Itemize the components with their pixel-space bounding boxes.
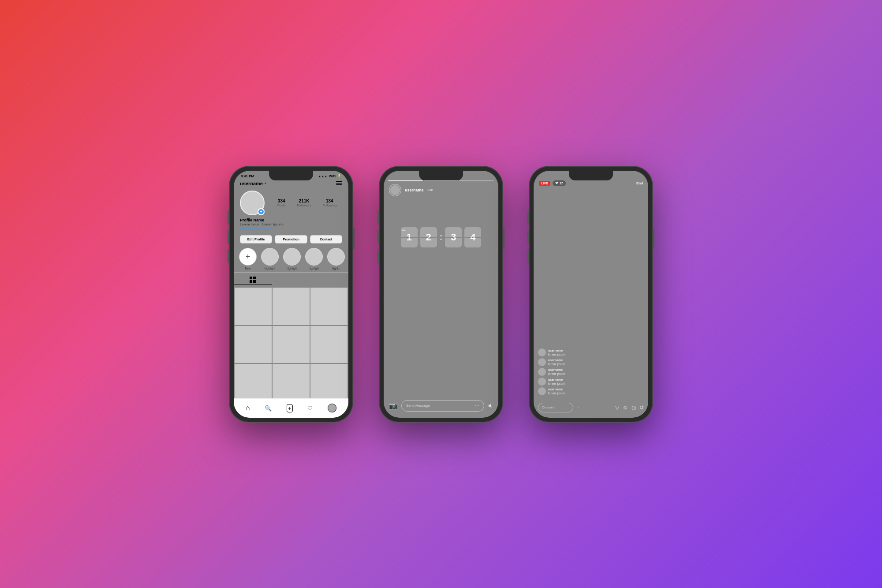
- grid-item-1[interactable]: [235, 288, 272, 325]
- followers-label: Followers: [297, 203, 311, 207]
- comment-text-1: username lorem ipsum: [548, 348, 565, 356]
- comment-text-3: username lorem ipsum: [548, 368, 565, 376]
- stats-container: 334 Posts 211K Followers 134 Following: [272, 198, 342, 207]
- phone-profile: 9:41 PM ▲▲▲ WiFi 🔋 username ▾ +: [229, 166, 353, 422]
- commenter-avatar-5: [538, 387, 546, 395]
- camera-icon[interactable]: 📷: [389, 401, 398, 410]
- profile-stats-row: + 334 Posts 211K Followers 134 Following: [234, 189, 348, 218]
- clock-hour-2: 2: [420, 227, 437, 247]
- live-bottom-bar: Comment ⋮ ▽ ☺ ◷ ↺: [534, 399, 648, 418]
- search-icon[interactable]: 🔍: [265, 405, 272, 412]
- comment-4: username lorem ipsum: [538, 378, 644, 386]
- more-options-icon[interactable]: ⋮: [576, 405, 580, 410]
- story-avatar-ring: [389, 184, 401, 196]
- bio-line1: Lorem ipsum. Lorem ipsum.: [240, 222, 342, 227]
- comment-input[interactable]: Comment: [538, 403, 573, 412]
- highlight-circle-1: [261, 248, 279, 266]
- username-text: username: [240, 181, 263, 186]
- commenter-avatar-3: [538, 368, 546, 376]
- story-avatar: [390, 185, 400, 195]
- add-story-button[interactable]: +: [258, 208, 265, 215]
- grid-icon: [250, 277, 256, 283]
- timer-icon[interactable]: ◷: [632, 404, 636, 411]
- tab-list[interactable]: [272, 275, 310, 285]
- new-highlight-circle: +: [239, 248, 257, 266]
- flip-camera-icon[interactable]: ↺: [639, 404, 644, 411]
- filter-icon[interactable]: ▽: [615, 404, 619, 411]
- new-highlight[interactable]: + New: [239, 248, 257, 270]
- live-action-icons: ▽ ☺ ◷ ↺: [615, 404, 644, 411]
- highlight-label-2: highlight: [287, 267, 297, 270]
- highlight-3[interactable]: highlight: [305, 248, 323, 270]
- send-message-placeholder: Send Message: [406, 404, 430, 408]
- svg-rect-1: [253, 277, 256, 279]
- notch-1: [269, 171, 313, 180]
- list-icon: [288, 277, 294, 283]
- send-message-box[interactable]: Send Message ⋯: [401, 400, 484, 412]
- add-post-icon[interactable]: +: [287, 404, 293, 412]
- comment-5: username lorem ipsum: [538, 387, 644, 395]
- phone-live: LIVE ❤ 15 End username lorem ipsum us: [529, 166, 653, 422]
- viewer-count: 15: [560, 181, 564, 185]
- hamburger-menu-icon[interactable]: [336, 181, 342, 185]
- grid-item-5[interactable]: [273, 326, 310, 363]
- live-heart-icon: ❤: [555, 181, 558, 185]
- live-top-bar: LIVE ❤ 15 End: [534, 180, 648, 186]
- new-highlight-label: New: [245, 267, 250, 270]
- content-tabs: [234, 273, 348, 287]
- signal-icon: ▲▲▲: [318, 175, 327, 178]
- posts-label: Posts: [277, 203, 286, 207]
- comment-2: username lorem ipsum: [538, 358, 644, 366]
- tab-tagged[interactable]: [310, 275, 348, 285]
- tab-grid[interactable]: [234, 275, 272, 285]
- grid-item-6[interactable]: [310, 326, 348, 363]
- highlight-label-3: highlight: [309, 267, 319, 270]
- tag-icon: [326, 277, 333, 283]
- photo-grid: [234, 287, 348, 402]
- svg-rect-0: [250, 277, 252, 279]
- grid-item-7[interactable]: [235, 364, 272, 401]
- svg-rect-2: [250, 280, 252, 283]
- heart-icon[interactable]: ♡: [307, 405, 313, 412]
- end-live-button[interactable]: End: [636, 181, 643, 185]
- avatar-wrapper: +: [240, 191, 265, 215]
- commenter-username-4: username: [548, 378, 565, 382]
- following-stat: 134 Following: [322, 198, 336, 207]
- username-area[interactable]: username ▾: [240, 181, 266, 186]
- highlight-2[interactable]: highlight: [283, 248, 301, 270]
- commenter-avatar-2: [538, 358, 546, 366]
- comment-input-placeholder: Comment: [542, 406, 555, 409]
- wifi-icon: WiFi: [329, 175, 336, 178]
- profile-link[interactable]: blog.loremipsum.com: [240, 227, 342, 231]
- promotion-button[interactable]: Promotion: [275, 235, 307, 243]
- comment-text-5: username lorem ipsum: [548, 387, 565, 395]
- progress-bar-1: [388, 180, 423, 181]
- face-effect-icon[interactable]: ☺: [623, 404, 628, 411]
- grid-item-4[interactable]: [235, 326, 272, 363]
- status-time: 9:41 PM: [241, 174, 254, 178]
- following-count: 134: [322, 198, 336, 203]
- clock-minute-2: 4: [464, 227, 481, 247]
- story-progress-bars: [388, 180, 494, 181]
- phone-story: username 14h AM 1 2 : 3 4 📷 Send Message…: [379, 166, 503, 422]
- home-icon[interactable]: ⌂: [246, 404, 250, 412]
- posts-stat: 334 Posts: [277, 198, 286, 207]
- grid-item-8[interactable]: [273, 364, 310, 401]
- profile-name: Profile Name: [240, 218, 342, 222]
- posts-count: 334: [277, 198, 286, 203]
- profile-nav-avatar[interactable]: [328, 404, 336, 412]
- grid-item-2[interactable]: [273, 288, 310, 325]
- clock-separator: :: [440, 232, 443, 242]
- highlight-4[interactable]: highl...: [327, 248, 345, 270]
- comment-3: username lorem ipsum: [538, 368, 644, 376]
- story-clock: AM 1 2 : 3 4: [401, 227, 482, 247]
- status-icons: ▲▲▲ WiFi 🔋: [318, 174, 341, 178]
- send-icon[interactable]: ➤: [486, 401, 495, 410]
- edit-profile-button[interactable]: Edit Profile: [240, 235, 272, 243]
- contact-button[interactable]: Contact: [310, 235, 342, 243]
- story-bottom-bar: 📷 Send Message ⋯ ➤: [384, 396, 498, 418]
- grid-item-9[interactable]: [310, 364, 348, 401]
- grid-item-3[interactable]: [310, 288, 348, 325]
- highlight-1[interactable]: highlight: [261, 248, 279, 270]
- battery-icon: 🔋: [337, 174, 341, 178]
